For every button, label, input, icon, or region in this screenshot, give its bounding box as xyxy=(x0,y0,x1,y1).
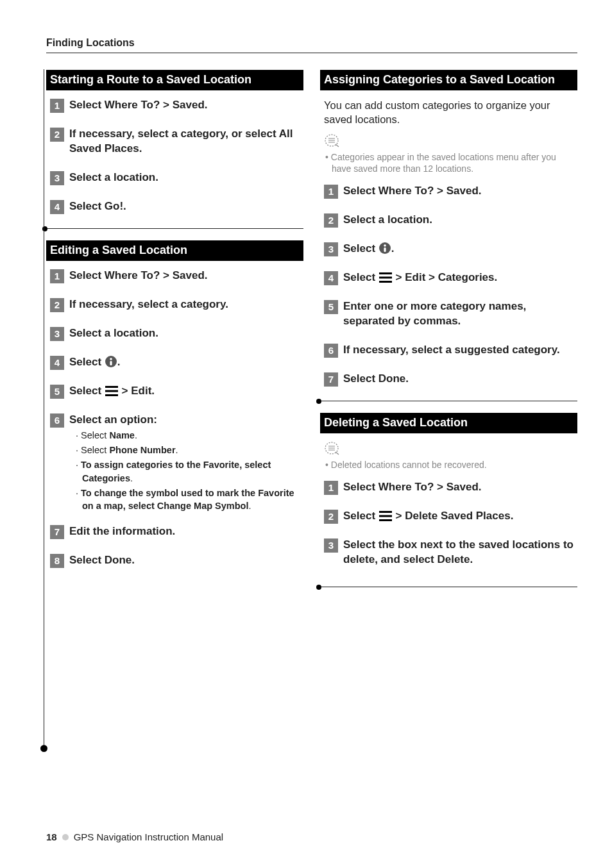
step-badge: 7 xyxy=(324,372,338,387)
step-text: If necessary, select a category. xyxy=(69,297,228,312)
step-8: 8 Select Done. xyxy=(46,553,303,568)
intro-text: You can add custom categories to organiz… xyxy=(320,98,577,127)
svg-rect-4 xyxy=(105,390,118,392)
note-icon xyxy=(324,441,341,456)
note-block: Categories appear in the saved locations… xyxy=(320,133,577,176)
section-separator xyxy=(316,587,577,587)
sub-item: To assign categories to the Favorite, se… xyxy=(74,458,303,485)
step-text: Select Where To? > Saved. xyxy=(343,184,482,199)
step-6: 6 Select an option: xyxy=(46,413,303,428)
step-3: 3 Select the box next to the saved locat… xyxy=(320,538,577,567)
footer-title: GPS Navigation Instruction Manual xyxy=(74,831,223,842)
step-badge: 1 xyxy=(50,99,64,113)
step-badge: 4 xyxy=(50,356,64,370)
title-assigning-categories: Assigning Categories to a Saved Location xyxy=(320,70,577,90)
svg-rect-2 xyxy=(110,361,112,365)
page-number: 18 xyxy=(46,831,57,842)
svg-rect-5 xyxy=(105,394,118,396)
step-5: 5 Select > Edit. xyxy=(46,384,303,399)
step-3: 3 Select a location. xyxy=(46,171,303,185)
title-starting-route: Starting a Route to a Saved Location xyxy=(46,70,303,90)
step-text: Select a location. xyxy=(343,213,432,228)
step-3: 3 Select . xyxy=(320,242,577,256)
menu-icon xyxy=(378,272,393,283)
step-text: Select Where To? > Saved. xyxy=(69,98,208,113)
step-1: 1 Select Where To? > Saved. xyxy=(46,269,303,283)
step-text: Edit the information. xyxy=(69,524,175,539)
step-1: 1 Select Where To? > Saved. xyxy=(320,480,577,495)
step-text: If necessary, select a category, or sele… xyxy=(69,127,303,156)
svg-rect-13 xyxy=(379,272,392,274)
step-text: Select . xyxy=(343,242,395,256)
step-7: 7 Edit the information. xyxy=(46,524,303,539)
step-badge: 3 xyxy=(324,538,338,553)
step-5: 5 Enter one or more category names, sepa… xyxy=(320,299,577,329)
step-7: 7 Select Done. xyxy=(320,372,577,387)
step-badge: 6 xyxy=(50,413,64,428)
step-badge: 2 xyxy=(324,510,338,524)
info-icon xyxy=(378,242,391,255)
sub-item: To change the symbol used to mark the Fa… xyxy=(74,487,303,513)
svg-point-1 xyxy=(110,358,112,360)
step-1: 1 Select Where To? > Saved. xyxy=(320,184,577,199)
section-separator xyxy=(316,401,577,401)
step-text: Select > Delete Saved Places. xyxy=(343,509,513,524)
step-badge: 4 xyxy=(324,271,338,285)
step-text: Select Done. xyxy=(343,372,409,387)
svg-rect-14 xyxy=(379,277,392,279)
sub-item: Select Phone Number. xyxy=(74,444,303,456)
right-column: Assigning Categories to a Saved Location… xyxy=(320,70,577,599)
margin-dot xyxy=(40,745,47,752)
step-badge: 2 xyxy=(324,213,338,228)
step-badge: 1 xyxy=(324,185,338,199)
page-footer: 18 GPS Navigation Instruction Manual xyxy=(46,831,223,842)
step-badge: 1 xyxy=(324,481,338,495)
step-4: 4 Select > Edit > Categories. xyxy=(320,271,577,285)
note-block: Deleted locations cannot be recovered. xyxy=(320,441,577,471)
menu-icon xyxy=(378,510,393,522)
svg-rect-3 xyxy=(105,386,118,388)
step-badge: 7 xyxy=(50,525,64,539)
step-1: 1 Select Where To? > Saved. xyxy=(46,98,303,113)
step-badge: 8 xyxy=(50,554,64,568)
svg-rect-20 xyxy=(379,511,392,513)
step-badge: 4 xyxy=(50,200,64,214)
step-2: 2 If necessary, select a category, or se… xyxy=(46,127,303,156)
section-separator xyxy=(42,228,303,229)
step-2: 2 Select a location. xyxy=(320,213,577,228)
step-text: Select Go!. xyxy=(69,199,126,214)
step-badge: 5 xyxy=(324,300,338,314)
step-badge: 3 xyxy=(324,242,338,256)
option-sublist: Select Name. Select Phone Number. To ass… xyxy=(46,429,303,513)
svg-point-11 xyxy=(384,245,386,247)
step-text: Select a location. xyxy=(69,326,158,341)
svg-rect-12 xyxy=(384,247,386,252)
note-icon xyxy=(324,133,341,149)
note-text: Categories appear in the saved locations… xyxy=(324,151,577,176)
step-text: Select Where To? > Saved. xyxy=(69,269,208,283)
step-text: Select a location. xyxy=(69,171,158,185)
svg-rect-21 xyxy=(379,515,392,517)
step-text: Select an option: xyxy=(69,413,157,428)
step-4: 4 Select . xyxy=(46,355,303,370)
note-text: Deleted locations cannot be recovered. xyxy=(324,459,577,471)
left-column: Starting a Route to a Saved Location 1 S… xyxy=(46,70,303,599)
step-text: Select > Edit. xyxy=(69,384,155,399)
svg-rect-22 xyxy=(379,519,392,521)
step-text: Select Done. xyxy=(69,553,135,568)
title-editing-location: Editing a Saved Location xyxy=(46,240,303,261)
step-badge: 3 xyxy=(50,327,64,341)
step-text: Select > Edit > Categories. xyxy=(343,271,497,285)
margin-line xyxy=(44,69,44,749)
header-rule xyxy=(46,53,577,53)
step-text: Select Where To? > Saved. xyxy=(343,480,482,495)
svg-rect-15 xyxy=(379,281,392,283)
step-text: Select the box next to the saved locatio… xyxy=(343,538,577,567)
section-header: Finding Locations xyxy=(46,37,577,49)
step-text: Select . xyxy=(69,355,121,370)
footer-bullet-icon xyxy=(62,834,69,840)
step-2: 2 Select > Delete Saved Places. xyxy=(320,509,577,524)
step-text: Enter one or more category names, separa… xyxy=(343,299,577,329)
step-badge: 3 xyxy=(50,171,64,185)
step-2: 2 If necessary, select a category. xyxy=(46,297,303,312)
